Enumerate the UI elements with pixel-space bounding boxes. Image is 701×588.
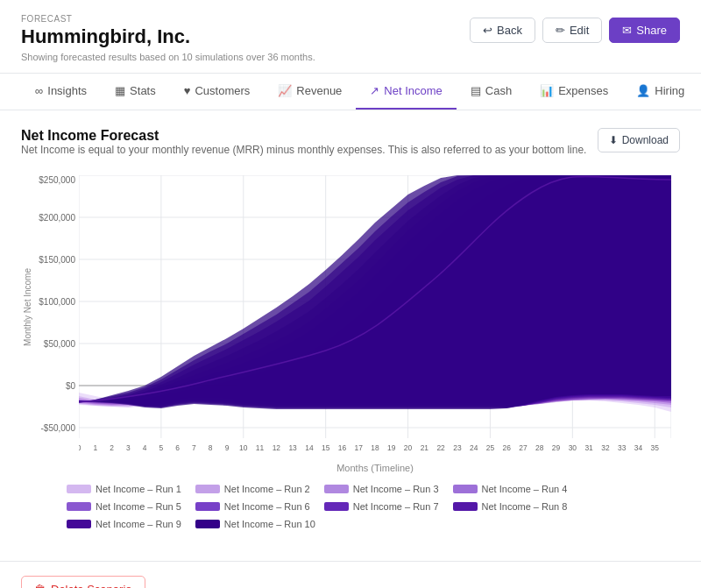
legend-color-run8 [453, 502, 478, 511]
x-axis-ticks: 0 1 2 3 4 5 6 7 8 9 10 11 12 13 14 15 16 [79, 438, 671, 456]
svg-text:15: 15 [322, 443, 330, 452]
delete-icon: 🗑 [34, 583, 46, 588]
svg-text:34: 34 [634, 443, 643, 452]
svg-text:25: 25 [486, 443, 495, 452]
net-income-icon: ↗ [370, 84, 379, 97]
expenses-icon: 📊 [540, 84, 554, 97]
y-axis-label: Monthly Net Income [23, 268, 32, 346]
download-button[interactable]: ⬇ Download [598, 128, 680, 152]
svg-text:0: 0 [79, 443, 81, 452]
legend-item-run5: Net Income – Run 5 [67, 501, 181, 512]
legend-item-run1: Net Income – Run 1 [67, 484, 181, 494]
svg-text:29: 29 [552, 443, 561, 452]
svg-text:13: 13 [288, 443, 297, 452]
legend-color-run2 [195, 485, 220, 493]
svg-text:5: 5 [159, 443, 164, 452]
page-footer: 🗑 Delete Scenario Last updated 2 minutes… [0, 561, 701, 588]
back-icon: ↩ [483, 24, 492, 37]
legend-color-run5 [67, 502, 91, 511]
tab-stats[interactable]: ▦ Stats [101, 74, 170, 110]
svg-text:20: 20 [404, 443, 413, 452]
svg-text:26: 26 [503, 443, 512, 452]
share-button[interactable]: ✉ Share [609, 18, 680, 43]
tab-expenses[interactable]: 📊 Expenses [526, 74, 622, 110]
x-tick-labels: 0 1 2 3 4 5 6 7 8 9 10 11 12 13 14 15 16 [79, 438, 671, 456]
share-icon: ✉ [622, 24, 632, 37]
edit-icon: ✏ [556, 24, 565, 37]
hiring-icon: 👤 [636, 84, 650, 97]
svg-text:27: 27 [519, 443, 528, 452]
svg-marker-26 [79, 175, 671, 409]
chart-svg [79, 175, 671, 438]
svg-text:19: 19 [387, 443, 396, 452]
header-left: FORECAST Hummingbird, Inc. Showing forec… [21, 14, 315, 62]
header-actions: ↩ Back ✏ Edit ✉ Share [470, 18, 680, 43]
legend-item-run2: Net Income – Run 2 [195, 484, 310, 494]
nav-tabs: ∞ Insights ▦ Stats ♥ Customers 📈 Revenue… [0, 74, 701, 110]
legend-item-run10: Net Income – Run 10 [195, 519, 315, 529]
svg-text:10: 10 [239, 443, 248, 452]
svg-text:8: 8 [209, 443, 213, 452]
forecast-label: FORECAST [21, 14, 315, 24]
svg-text:31: 31 [584, 443, 593, 452]
svg-text:24: 24 [470, 443, 478, 452]
chart-legend: Net Income – Run 1 Net Income – Run 2 Ne… [67, 484, 680, 529]
section-title: Net Income Forecast [21, 128, 586, 144]
svg-text:6: 6 [175, 443, 180, 452]
tab-net-income[interactable]: ↗ Net Income [356, 74, 456, 110]
main-content: Net Income Forecast Net Income is equal … [0, 110, 701, 561]
svg-text:12: 12 [273, 443, 281, 452]
tab-cash[interactable]: ▤ Cash [457, 74, 526, 110]
x-axis-label: Months (Timeline) [79, 463, 671, 473]
y-axis: $250,000 $200,000 $150,000 $100,000 $50,… [33, 175, 79, 438]
legend-item-run8: Net Income – Run 8 [453, 501, 568, 512]
svg-text:1: 1 [93, 443, 97, 452]
edit-button[interactable]: ✏ Edit [542, 18, 602, 43]
svg-text:4: 4 [143, 443, 147, 452]
svg-text:35: 35 [651, 443, 660, 452]
svg-text:2: 2 [110, 443, 114, 452]
svg-text:11: 11 [256, 443, 265, 452]
legend-color-run10 [195, 520, 220, 528]
legend-item-run6: Net Income – Run 6 [195, 501, 310, 512]
svg-text:17: 17 [355, 443, 364, 452]
legend-color-run6 [195, 502, 220, 511]
legend-item-run4: Net Income – Run 4 [453, 484, 568, 494]
svg-text:30: 30 [569, 443, 577, 452]
insights-icon: ∞ [35, 84, 43, 97]
legend-item-run9: Net Income – Run 9 [67, 519, 181, 529]
delete-scenario-button[interactable]: 🗑 Delete Scenario [21, 576, 145, 588]
stats-icon: ▦ [115, 84, 125, 97]
svg-text:32: 32 [601, 443, 610, 452]
section-description: Net Income is equal to your monthly reve… [21, 144, 586, 156]
chart-container: Monthly Net Income $250,000 $200,000 $15… [21, 175, 680, 473]
svg-text:16: 16 [338, 443, 347, 452]
back-button[interactable]: ↩ Back [470, 18, 535, 43]
legend-color-run4 [453, 485, 478, 493]
svg-text:18: 18 [371, 443, 379, 452]
download-icon: ⬇ [609, 134, 618, 146]
section-title-area: Net Income Forecast Net Income is equal … [21, 128, 586, 170]
company-name: Hummingbird, Inc. [21, 25, 315, 48]
tab-hiring[interactable]: 👤 Hiring [622, 74, 698, 110]
svg-text:22: 22 [436, 443, 445, 452]
svg-text:28: 28 [535, 443, 544, 452]
subtitle: Showing forecasted results based on 10 s… [21, 52, 315, 62]
cash-icon: ▤ [471, 84, 481, 97]
page-header: FORECAST Hummingbird, Inc. Showing forec… [0, 0, 701, 74]
tab-insights[interactable]: ∞ Insights [21, 74, 101, 110]
svg-text:23: 23 [453, 443, 462, 452]
legend-color-run9 [67, 520, 91, 528]
tab-customers[interactable]: ♥ Customers [170, 74, 265, 110]
tab-revenue[interactable]: 📈 Revenue [264, 74, 356, 110]
legend-color-run3 [324, 485, 349, 493]
legend-color-run1 [67, 485, 91, 493]
svg-text:14: 14 [305, 443, 314, 452]
svg-text:7: 7 [192, 443, 196, 452]
chart-svg-area [79, 175, 671, 438]
legend-item-run3: Net Income – Run 3 [324, 484, 439, 494]
svg-text:21: 21 [421, 443, 429, 452]
customers-icon: ♥ [184, 84, 191, 97]
section-header: Net Income Forecast Net Income is equal … [21, 128, 680, 170]
svg-text:3: 3 [126, 443, 131, 452]
